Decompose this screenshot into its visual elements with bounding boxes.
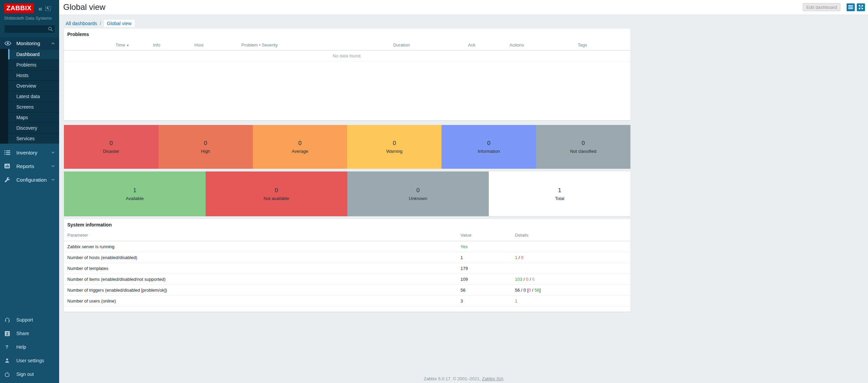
details-link[interactable]: 56 — [535, 288, 539, 293]
chevron-up-icon — [51, 42, 55, 44]
tile-count: 1 — [558, 187, 561, 194]
sidebar-item-screens[interactable]: Screens — [8, 102, 59, 112]
menu-label: Configuration — [16, 177, 47, 183]
sidebar-item-share[interactable]: ZShare — [0, 327, 59, 340]
chevron-down-icon — [51, 165, 55, 167]
severity-tile-average: 0Average — [253, 125, 347, 169]
sidebar-item-inventory[interactable]: Inventory — [0, 146, 59, 159]
sidebar-item-latest-data[interactable]: Latest data — [8, 91, 59, 102]
problems-widget: Problems Time▼InfoHostProblem • Severity… — [64, 29, 630, 120]
system-info-row: Zabbix server is runningYes — [64, 241, 630, 252]
zabbix-logo[interactable]: ZABBIX — [4, 3, 34, 13]
system-info-row: Number of templates179 — [64, 263, 630, 274]
tile-label: Average — [292, 149, 308, 154]
chevron-down-icon — [51, 151, 55, 153]
column-header-details: Details — [511, 229, 630, 241]
details-text: / — [528, 277, 532, 282]
value-cell: 109 — [457, 274, 511, 285]
column-header-host: Host — [194, 42, 204, 48]
sidebar-item-hosts[interactable]: Hosts — [8, 70, 59, 80]
sidebar-item-user-settings[interactable]: User settings — [0, 354, 59, 367]
tile-count: 0 — [204, 140, 207, 147]
menu-label: Inventory — [16, 150, 37, 156]
breadcrumb-current[interactable]: Global view — [104, 20, 135, 27]
details-link[interactable]: 1 — [515, 298, 517, 304]
availability-tile-unknown: 0Unknown — [347, 171, 489, 216]
column-header-info: Info — [153, 42, 160, 48]
question-icon: ? — [5, 344, 9, 350]
dashboard-list-button[interactable] — [847, 3, 855, 11]
menu-label: Reports — [16, 163, 34, 169]
system-info-row: Number of hosts (enabled/disabled)11 / 0 — [64, 252, 630, 263]
search-input[interactable] — [4, 25, 55, 33]
sidebar: ZABBIX « Shibboleth Data Systems Monitor… — [0, 0, 59, 383]
tile-label: Unknown — [409, 196, 427, 201]
value-cell: 3 — [457, 296, 511, 307]
column-header-parameter: Parameter — [64, 229, 457, 241]
collapse-sidebar-icon[interactable]: « — [38, 6, 42, 11]
sidebar-item-maps[interactable]: Maps — [8, 112, 59, 123]
parameter-cell: Number of users (online) — [64, 296, 457, 307]
footer-zabbix-sia-link[interactable]: Zabbix SIA — [482, 376, 504, 381]
sidebar-menu: MonitoringDashboardProblemsHostsOverview… — [0, 38, 59, 186]
page-footer: Zabbix 5.0.17. © 2001–2021, Zabbix SIA — [59, 376, 868, 381]
system-info-table: ParameterValueDetails Zabbix server is r… — [64, 229, 630, 307]
sidebar-item-reports[interactable]: Reports — [0, 159, 59, 173]
tile-count: 0 — [109, 140, 112, 147]
sidebar-item-dashboard[interactable]: Dashboard — [8, 49, 59, 59]
parameter-cell: Number of hosts (enabled/disabled) — [64, 252, 457, 263]
search-box — [4, 25, 55, 33]
value-cell: 56 — [457, 285, 511, 296]
eye-icon — [4, 41, 11, 45]
sidebar-header: ZABBIX « Shibboleth Data Systems — [0, 0, 59, 38]
tile-count: 1 — [133, 187, 136, 194]
tile-count: 0 — [487, 140, 490, 147]
tile-label: High — [201, 149, 210, 154]
details-cell — [511, 241, 630, 252]
system-info-row: Number of triggers (enabled/disabled [pr… — [64, 285, 630, 296]
hamburger-icon — [848, 5, 853, 9]
svg-text:Z: Z — [6, 331, 8, 335]
details-text: 56 / 0 [ — [515, 288, 528, 293]
breadcrumb-all-dashboards[interactable]: All dashboards — [66, 21, 97, 26]
topbar: Global view Edit dashboard — [59, 0, 868, 15]
sort-desc-icon: ▼ — [126, 44, 129, 47]
column-header-duration: Duration — [393, 42, 410, 48]
column-header-time[interactable]: Time▼ — [116, 42, 129, 48]
details-link[interactable]: 6 — [532, 277, 535, 282]
sidebar-footer-menu: SupportZShare?HelpUser settingsSign out — [0, 313, 59, 381]
tile-label: Total — [555, 196, 564, 201]
sidebar-item-services[interactable]: Services — [8, 133, 59, 144]
system-info-title: System information — [64, 219, 630, 227]
details-cell: 103 / 0 / 6 — [511, 274, 630, 285]
kiosk-mode-button[interactable] — [857, 3, 865, 11]
sidebar-item-configuration[interactable]: Configuration — [0, 173, 59, 186]
column-header-actions: Actions — [509, 42, 524, 48]
chart-icon — [4, 164, 10, 168]
menu-label: User settings — [16, 358, 44, 363]
edit-dashboard-button[interactable]: Edit dashboard — [803, 3, 840, 11]
breadcrumb: All dashboards / Global view — [66, 19, 135, 28]
fullscreen-arrows-icon — [858, 5, 863, 10]
system-info-row: Number of users (online)31 — [64, 296, 630, 307]
sidebar-item-sign-out[interactable]: Sign out — [0, 367, 59, 381]
sidebar-item-discovery[interactable]: Discovery — [8, 123, 59, 133]
sidebar-item-help[interactable]: ?Help — [0, 340, 59, 354]
tile-label: Warning — [386, 149, 402, 154]
menu-label: Share — [16, 331, 29, 336]
details-text: / — [522, 277, 526, 282]
details-cell: 1 / 0 — [511, 252, 630, 263]
tile-label: Disaster — [103, 149, 119, 154]
sidebar-item-monitoring[interactable]: Monitoring — [0, 38, 59, 49]
details-link[interactable]: 0 — [528, 288, 531, 293]
details-link[interactable]: 0 — [521, 255, 523, 260]
problems-empty-row: No data found. — [64, 51, 630, 61]
details-link[interactable]: 103 — [515, 277, 522, 282]
hide-sidebar-icon[interactable] — [45, 6, 51, 11]
sidebar-item-overview[interactable]: Overview — [8, 80, 59, 91]
sidebar-item-support[interactable]: Support — [0, 313, 59, 327]
details-link[interactable]: 0 — [526, 277, 528, 282]
problems-widget-title: Problems — [64, 29, 630, 37]
organization-name: Shibboleth Data Systems — [4, 16, 55, 21]
sidebar-item-problems[interactable]: Problems — [8, 59, 59, 70]
